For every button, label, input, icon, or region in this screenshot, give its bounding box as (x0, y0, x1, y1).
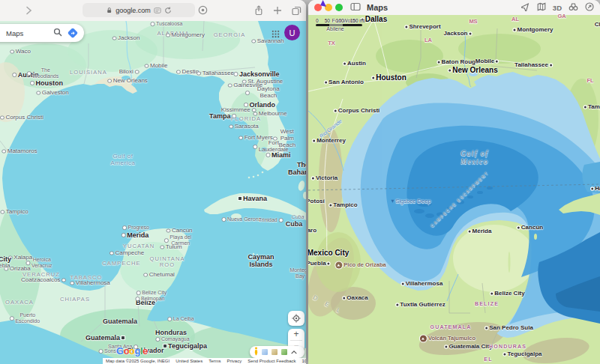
map-label: Tampa (209, 112, 236, 120)
collapse-icon[interactable] (290, 345, 298, 359)
share-icon[interactable] (254, 5, 263, 16)
map-label: Montgomery (166, 32, 205, 39)
share-icon[interactable] (585, 1, 594, 14)
map-mode-icon[interactable] (537, 1, 546, 14)
map-marker-icon (438, 61, 440, 63)
my-location-button[interactable] (288, 311, 304, 326)
map-marker-icon (273, 136, 278, 141)
map-label: Tallahassee (514, 62, 552, 69)
list-item[interactable]: Send Product Feedback (248, 359, 296, 363)
map-label: Tallahassee (196, 70, 234, 77)
map-marker-icon (107, 79, 112, 83)
map-label: Mérida (469, 228, 492, 235)
list-item[interactable]: Terms (208, 359, 220, 363)
google-map[interactable]: TuscaloosaALABAMAGEORGIAJacksonMontgomer… (0, 21, 306, 364)
reload-icon[interactable] (164, 7, 172, 14)
map-label: Tampico (0, 209, 28, 216)
search-input[interactable]: Maps (6, 29, 53, 37)
map-label: Monterrey (313, 138, 346, 145)
map-label: D E L (311, 294, 344, 316)
map-label: CHIAPAS (60, 297, 90, 303)
google-apps-icon[interactable] (272, 28, 280, 41)
map-label: Belize (136, 299, 155, 306)
map-label: Oaxaca (343, 295, 368, 302)
map-marker-icon (176, 70, 181, 74)
layer-thumb-terrain[interactable] (271, 348, 278, 356)
map-label: Jackson (443, 31, 471, 37)
minimize-button[interactable] (325, 4, 332, 11)
sidebar-toggle-icon[interactable] (350, 1, 361, 14)
apple-maps-titlebar: Maps 3D (308, 0, 600, 16)
map-label: Villahermosa (70, 280, 110, 287)
map-marker-icon (8, 255, 13, 260)
fullscreen-button[interactable] (335, 4, 343, 11)
map-label: Tulum (160, 244, 182, 251)
maps-search-box[interactable]: Maps (0, 24, 84, 42)
map-label: Mobile (144, 63, 167, 70)
map-marker-icon (0, 115, 4, 120)
translate-icon[interactable] (154, 7, 161, 14)
map-label: TX (328, 40, 335, 46)
map-label: Jackson (112, 35, 140, 42)
tab-overview-icon[interactable] (292, 6, 302, 16)
list-item: 50 (325, 18, 330, 23)
map-label: Pico de Orizaba (335, 262, 386, 269)
map-label: Miami (266, 151, 290, 159)
map-label: Potosí (308, 198, 325, 205)
extensions-icon[interactable] (198, 5, 208, 15)
map-marker-icon (221, 217, 226, 222)
map-label: Tampa (584, 104, 600, 111)
map-marker-icon (402, 282, 404, 285)
new-tab-icon[interactable] (273, 6, 282, 15)
map-label: Victoria (312, 175, 338, 182)
map-label: Puebla (308, 261, 330, 267)
map-marker-icon (334, 109, 337, 112)
map-label: Xalapa (8, 255, 32, 261)
map-label: Corpus Christi (334, 108, 380, 115)
map-marker-icon (164, 345, 166, 348)
map-marker-icon (166, 228, 170, 233)
map-label: Sarasota (229, 124, 259, 130)
map-marker-icon (584, 106, 586, 108)
pegman-icon[interactable] (254, 345, 259, 359)
map-label: EL (484, 357, 492, 363)
directions-icon[interactable] (68, 28, 78, 38)
address-bar[interactable]: google.com (82, 3, 195, 17)
map-label: Havana (591, 186, 600, 192)
map-label: Puerto Escondido (10, 312, 40, 324)
map-marker-icon (160, 245, 164, 249)
map-label: Gulf of America (111, 154, 136, 167)
zoom-in-button[interactable]: + (288, 329, 304, 340)
layer-thumb-satellite[interactable] (261, 348, 268, 356)
map-label: Mexico City (0, 255, 11, 263)
current-location-icon[interactable] (521, 1, 530, 14)
map-label: Rio Grande (318, 118, 343, 139)
map-marker-icon (242, 79, 247, 84)
map-attribution: Map data ©2025 Google, INEGI United Stat… (103, 358, 306, 364)
search-icon[interactable] (53, 26, 62, 40)
3d-button[interactable]: 3D (553, 4, 562, 12)
map-marker-icon (312, 177, 314, 179)
list-item[interactable]: Privacy (227, 359, 242, 363)
map-label: HONDURAS (489, 344, 526, 350)
map-label: Nueva Gerona (221, 216, 261, 222)
look-around-icon[interactable] (568, 1, 578, 14)
map-label: Puebla (0, 263, 10, 270)
layer-thumb-map[interactable] (280, 348, 288, 356)
scale-bar-segments (316, 24, 362, 26)
map-marker-icon (518, 226, 520, 228)
map-marker-icon (372, 77, 374, 79)
apple-map[interactable]: DallasFort WorthAbileneShreveportJackson… (308, 15, 600, 364)
map-label: Guatemala (103, 318, 137, 325)
map-label: Jacksonville (233, 70, 279, 78)
map-label: Shreveport (405, 24, 440, 31)
map-marker-icon (496, 60, 498, 62)
map-label: Gainesville (228, 82, 263, 89)
list-item[interactable]: United States (176, 359, 202, 363)
forward-icon[interactable] (24, 5, 33, 16)
map-label: Cancún (166, 228, 192, 234)
layers-control[interactable] (250, 346, 304, 358)
map-label: Houston (30, 79, 63, 87)
map-label: Campeche (110, 250, 144, 257)
avatar[interactable]: U (284, 25, 300, 40)
